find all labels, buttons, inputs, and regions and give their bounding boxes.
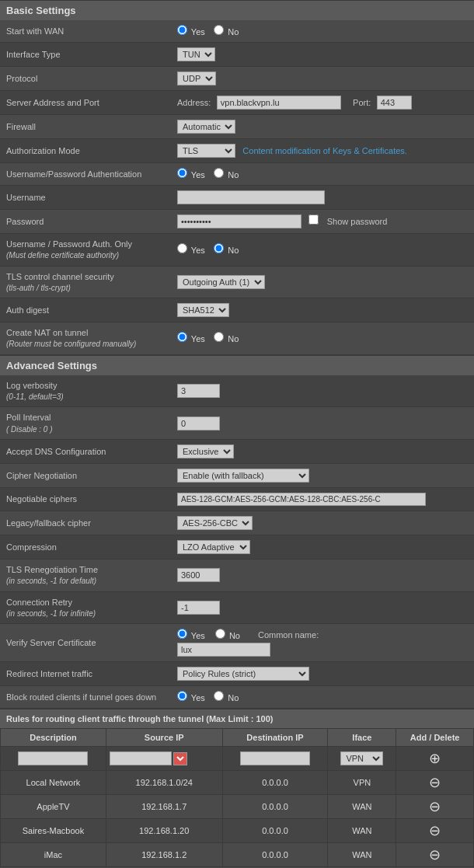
redirect-traffic-select[interactable]: Policy Rules (strict) Policy Rules All <box>177 667 309 681</box>
compression-label: Compression <box>0 535 171 559</box>
redirect-traffic-control: Policy Rules (strict) Policy Rules All <box>171 662 474 686</box>
password-input[interactable] <box>177 214 301 228</box>
row-destination-ip: 0.0.0.0 <box>222 771 328 795</box>
new-desc-input[interactable] <box>18 751 88 765</box>
username-input[interactable] <box>177 190 325 204</box>
row-description: AppleTV <box>1 795 106 819</box>
tls-reneg-label: TLS Renegotiation Time (in seconds, -1 f… <box>0 559 171 591</box>
verify-cert-control: Yes No Common name: <box>171 624 474 662</box>
advanced-settings-header: Advanced Settings <box>0 355 474 375</box>
address-label-text: Address: <box>177 98 211 107</box>
new-iface-select[interactable]: VPN WAN <box>340 751 383 765</box>
protocol-control: UDP TCP <box>171 67 474 91</box>
common-name-input[interactable] <box>177 643 270 657</box>
negotiable-ciphers-label: Negotiable ciphers <box>0 487 171 511</box>
row-iface: VPN <box>328 771 396 795</box>
col-description: Description <box>1 729 106 747</box>
table-row: AppleTV 192.168.1.7 0.0.0.0 WAN ⊖ <box>1 795 474 819</box>
col-iface: Iface <box>328 729 396 747</box>
verify-cert-yes-radio[interactable] <box>177 629 187 639</box>
delete-row-button[interactable]: ⊖ <box>429 822 441 839</box>
add-route-button[interactable]: ⊕ <box>429 750 441 767</box>
delete-row-button[interactable]: ⊖ <box>429 846 441 863</box>
accept-dns-select[interactable]: Exclusive Allow Disable <box>177 444 234 458</box>
delete-row-button[interactable]: ⊖ <box>429 774 441 791</box>
user-pass-auth-label: Username/Password Authentication <box>0 163 171 186</box>
password-label: Password <box>0 210 171 234</box>
start-wan-label: Start with WAN <box>0 20 171 43</box>
cipher-negotiation-label: Cipher Negotiation <box>0 463 171 487</box>
row-iface: WAN <box>328 819 396 843</box>
block-routed-label: Block routed clients if tunnel goes down <box>0 686 171 709</box>
up-auth-no-radio[interactable] <box>214 168 224 178</box>
accept-dns-control: Exclusive Allow Disable <box>171 439 474 463</box>
block-routed-yes-radio[interactable] <box>177 691 187 701</box>
compression-select[interactable]: LZO Adaptive LZO None <box>177 540 250 554</box>
row-iface: WAN <box>328 795 396 819</box>
start-wan-yes-radio[interactable] <box>177 25 187 35</box>
row-iface: WAN <box>328 843 396 867</box>
up-auth-yes-radio[interactable] <box>177 168 187 178</box>
start-wan-control: Yes No <box>171 20 474 43</box>
col-add-delete: Add / Delete <box>396 729 474 747</box>
new-dst-input[interactable] <box>240 751 310 765</box>
address-input[interactable] <box>217 96 341 110</box>
firewall-control: Automatic Custom <box>171 115 474 139</box>
auth-digest-select[interactable]: SHA512 SHA256 MD5 <box>177 303 229 317</box>
col-destination-ip: Destination IP <box>222 729 328 747</box>
connection-retry-input[interactable] <box>177 601 220 615</box>
row-source-ip: 192.168.1.2 <box>106 843 222 867</box>
tls-control-select[interactable]: Outgoing Auth (1) Incoming Auth (0) Disa… <box>177 275 265 289</box>
create-nat-control: Yes No <box>171 322 474 355</box>
connection-retry-control <box>171 591 474 624</box>
show-password-checkbox[interactable] <box>308 214 319 225</box>
interface-type-control: TUN TAP <box>171 43 474 67</box>
routing-input-row: ▼ VPN WAN ⊕ <box>1 747 474 771</box>
row-source-ip: 192.168.1.7 <box>106 795 222 819</box>
row-destination-ip: 0.0.0.0 <box>222 795 328 819</box>
legacy-cipher-select[interactable]: AES-256-CBC AES-128-CBC None <box>177 516 253 530</box>
poll-interval-input[interactable] <box>177 417 220 431</box>
interface-type-select[interactable]: TUN TAP <box>177 47 215 61</box>
up-only-no-radio[interactable] <box>214 243 224 253</box>
new-src-input[interactable] <box>110 751 172 765</box>
tls-reneg-control <box>171 559 474 591</box>
log-verbosity-input[interactable] <box>177 384 220 398</box>
row-destination-ip: 0.0.0.0 <box>222 843 328 867</box>
auth-mode-label: Authorization Mode <box>0 139 171 163</box>
show-password-label: Show password <box>327 217 388 226</box>
auth-digest-control: SHA512 SHA256 MD5 <box>171 298 474 322</box>
legacy-cipher-control: AES-256-CBC AES-128-CBC None <box>171 511 474 535</box>
protocol-select[interactable]: UDP TCP <box>177 71 216 85</box>
poll-interval-label: Poll Interval ( Disable : 0 ) <box>0 407 171 440</box>
cipher-negotiation-control: Enable (with fallback) Enable Disable <box>171 463 474 487</box>
delete-row-button[interactable]: ⊖ <box>429 798 441 815</box>
negotiable-ciphers-input[interactable] <box>177 493 426 506</box>
table-row: iMac 192.168.1.2 0.0.0.0 WAN ⊖ <box>1 843 474 867</box>
interface-type-label: Interface Type <box>0 43 171 67</box>
auth-mode-select[interactable]: TLS Password <box>177 144 235 158</box>
tls-control-control: Outgoing Auth (1) Incoming Auth (0) Disa… <box>171 266 474 298</box>
firewall-select[interactable]: Automatic Custom <box>177 120 235 134</box>
tls-control-label: TLS control channel security (tls-auth /… <box>0 266 171 298</box>
new-src-type-select[interactable]: ▼ <box>173 752 187 765</box>
user-pass-only-control: Yes No <box>171 234 474 267</box>
port-input[interactable] <box>377 96 412 110</box>
verify-cert-label: Verify Server Certificate <box>0 624 171 662</box>
cipher-negotiation-select[interactable]: Enable (with fallback) Enable Disable <box>177 469 309 483</box>
user-pass-auth-control: Yes No <box>171 163 474 186</box>
row-description: Saires-Macbook <box>1 819 106 843</box>
up-only-yes-radio[interactable] <box>177 243 187 253</box>
cert-link[interactable]: Content modification of Keys & Certifica… <box>242 146 407 155</box>
start-wan-no-radio[interactable] <box>214 25 224 35</box>
block-routed-control: Yes No <box>171 686 474 709</box>
col-source-ip: Source IP <box>106 729 222 747</box>
tls-reneg-input[interactable] <box>177 568 220 582</box>
row-description: iMac <box>1 843 106 867</box>
log-verbosity-control <box>171 375 474 407</box>
create-nat-yes-radio[interactable] <box>177 332 187 342</box>
create-nat-no-radio[interactable] <box>214 332 224 342</box>
verify-cert-no-radio[interactable] <box>215 629 225 639</box>
port-label-text: Port: <box>353 98 371 107</box>
block-routed-no-radio[interactable] <box>214 691 224 701</box>
